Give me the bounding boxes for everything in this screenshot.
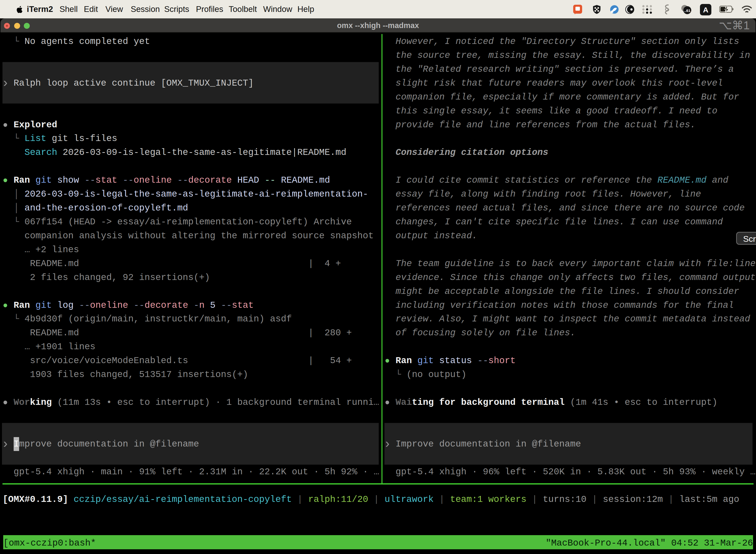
svg-text:..61: ..61: [684, 8, 690, 13]
